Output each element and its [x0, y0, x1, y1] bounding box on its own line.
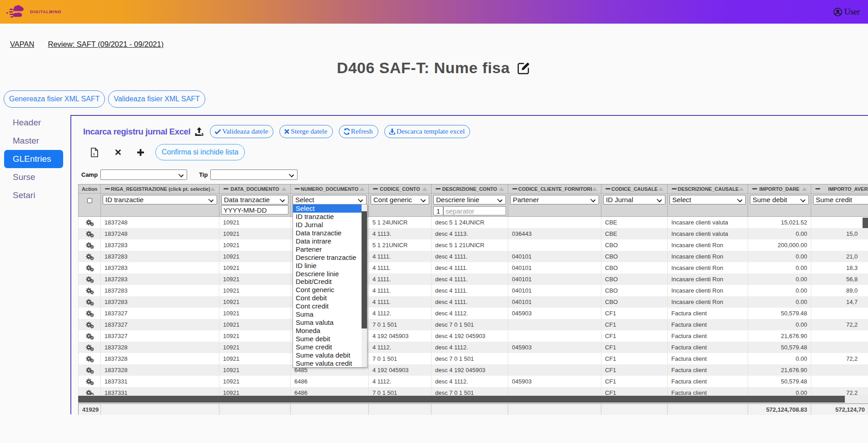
- row-actions-cogs-icon[interactable]: [86, 242, 94, 249]
- collapse-column-icon[interactable]: [512, 188, 517, 190]
- validate-data-button[interactable]: Valideaza datele: [210, 125, 273, 138]
- refresh-button[interactable]: Refresh: [339, 125, 378, 138]
- vertical-scrollbar-thumb[interactable]: [863, 218, 868, 228]
- dropdown-option[interactable]: Sume credit: [293, 343, 367, 351]
- sort-arrow-icon[interactable]: [739, 187, 744, 191]
- export-excel-button[interactable]: x: [91, 148, 98, 157]
- brand-logo[interactable]: DIGITALMIND: [6, 4, 61, 20]
- dropdown-scrollbar-thumb[interactable]: [362, 211, 367, 329]
- separator-filter-input[interactable]: [443, 206, 506, 215]
- row-actions-cogs-icon[interactable]: [86, 389, 94, 395]
- dropdown-option[interactable]: Sume valuta credit: [293, 359, 367, 368]
- column-header-riga[interactable]: RIGA_REGISTRAZIONE (click pt. selectie): [101, 184, 219, 194]
- filter-select-numero[interactable]: Select: [293, 195, 367, 204]
- dropdown-option[interactable]: Suma: [293, 310, 367, 319]
- dropdown-option[interactable]: Debit/Credit: [293, 278, 367, 286]
- row-actions-cogs-icon[interactable]: [86, 276, 94, 283]
- row-actions-cogs-icon[interactable]: [86, 321, 94, 329]
- dropdown-option[interactable]: Suma valuta: [293, 319, 367, 327]
- dropdown-option[interactable]: ID linie: [293, 262, 367, 270]
- dropdown-option[interactable]: Data intrare: [293, 237, 367, 245]
- collapse-column-icon[interactable]: [436, 188, 441, 190]
- row-actions-cogs-icon[interactable]: [86, 299, 94, 306]
- sort-arrow-icon[interactable]: [422, 187, 427, 191]
- tip-select[interactable]: [210, 169, 298, 180]
- column-header-codice_conto[interactable]: CODICE_CONTO: [369, 184, 432, 194]
- row-actions-cogs-icon[interactable]: [86, 264, 94, 272]
- filter-select-cliente[interactable]: Partener: [510, 195, 599, 204]
- filter-select-codice_conto[interactable]: Cont generic: [371, 195, 429, 204]
- horizontal-scrollbar[interactable]: [78, 395, 868, 403]
- row-actions-cogs-icon[interactable]: [86, 355, 94, 363]
- sidebar-item-master[interactable]: Master: [0, 132, 68, 150]
- row-actions-cogs-icon[interactable]: [86, 378, 94, 385]
- filter-select-descr_causale[interactable]: Select: [670, 195, 746, 204]
- sidebar-item-surse[interactable]: Surse: [0, 168, 68, 186]
- collapse-column-icon[interactable]: [295, 188, 300, 190]
- column-header-descr_conto[interactable]: DESCRIZIONE_CONTO: [432, 184, 508, 194]
- breadcrumb-link-review[interactable]: Review: SAFT (09/2021 - 09/2021): [48, 40, 164, 49]
- row-actions-cogs-icon[interactable]: [86, 333, 94, 340]
- delete-data-button[interactable]: Sterge datele: [279, 125, 332, 138]
- sort-arrow-icon[interactable]: [359, 187, 365, 191]
- dropdown-option[interactable]: Partener: [293, 245, 367, 254]
- filter-select-avere[interactable]: Sume credit: [813, 195, 868, 204]
- row-actions-cogs-icon[interactable]: [86, 344, 94, 351]
- collapse-column-icon[interactable]: [105, 188, 110, 190]
- row-actions-cogs-icon[interactable]: [86, 367, 94, 374]
- upload-icon[interactable]: [194, 127, 204, 136]
- clear-list-icon[interactable]: [115, 149, 121, 155]
- sort-arrow-icon[interactable]: [281, 187, 287, 191]
- row-actions-cogs-icon[interactable]: [86, 310, 94, 317]
- filter-select-riga[interactable]: ID tranzactie: [103, 195, 217, 204]
- sidebar-item-glentries[interactable]: GLEntries: [4, 150, 63, 168]
- row-actions-cogs-icon[interactable]: [86, 230, 94, 238]
- collapse-column-icon[interactable]: [223, 188, 228, 190]
- sidebar-item-setari[interactable]: Setari: [0, 186, 68, 204]
- row-actions-cogs-icon[interactable]: [86, 253, 94, 260]
- dropdown-option[interactable]: ID Jurnal: [293, 221, 367, 229]
- collapse-column-icon[interactable]: [373, 188, 378, 190]
- download-template-button[interactable]: Descarca template excel: [384, 125, 471, 138]
- dropdown-option[interactable]: Select: [293, 204, 367, 213]
- occurrence-filter-input[interactable]: [433, 206, 443, 215]
- collapse-column-icon[interactable]: [672, 188, 677, 190]
- sidebar-item-header[interactable]: Header: [0, 114, 68, 132]
- row-actions-cogs-icon[interactable]: [86, 287, 94, 294]
- column-header-data_doc[interactable]: DATA_DOCUMENTO: [219, 184, 291, 194]
- edit-title-icon[interactable]: [517, 61, 531, 75]
- date-filter-input[interactable]: [221, 205, 288, 214]
- sort-arrow-icon[interactable]: [802, 187, 807, 191]
- dropdown-option[interactable]: Data tranzactie: [293, 229, 367, 237]
- dropdown-option[interactable]: Moneda: [293, 327, 367, 335]
- select-all-checkbox[interactable]: [87, 198, 92, 203]
- dropdown-option[interactable]: Cont debit: [293, 294, 367, 302]
- camp-select[interactable]: [100, 169, 187, 180]
- add-row-icon[interactable]: [137, 149, 144, 156]
- dropdown-option[interactable]: Sume valuta debit: [293, 351, 367, 359]
- row-actions-cogs-icon[interactable]: [86, 219, 94, 226]
- column-header-cliente[interactable]: CODICE_CLIENTE_FORNITORE: [508, 184, 601, 194]
- filter-select-descr_conto[interactable]: Descriere linie: [433, 195, 506, 204]
- dropdown-option[interactable]: Cont credit: [293, 302, 367, 310]
- filter-select-data_doc[interactable]: Data tranzactie: [221, 195, 288, 204]
- dropdown-option[interactable]: Sume debit: [293, 335, 367, 343]
- confirm-close-list-button[interactable]: Confirma si inchide lista: [155, 144, 245, 160]
- dropdown-option[interactable]: Descriere tranzactie: [293, 254, 367, 262]
- column-header-descr_causale[interactable]: DESCRIZIONE_CAUSALE: [668, 184, 748, 194]
- user-menu[interactable]: User: [833, 7, 862, 17]
- column-header-avere[interactable]: IMPORTO_AVERE: [811, 184, 868, 194]
- sort-arrow-icon[interactable]: [658, 187, 664, 191]
- dropdown-scrollbar[interactable]: [362, 204, 367, 367]
- collapse-column-icon[interactable]: [815, 188, 820, 190]
- sort-arrow-icon[interactable]: [210, 187, 215, 191]
- dropdown-option[interactable]: Cont generic: [293, 286, 367, 294]
- sort-arrow-icon[interactable]: [499, 187, 504, 191]
- validate-xml-saft-button[interactable]: Valideaza fisier XML SAFT: [108, 90, 205, 108]
- column-header-dare[interactable]: IMPORTO_DARE: [748, 184, 811, 194]
- dropdown-option[interactable]: ID tranzactie: [293, 213, 367, 221]
- column-header-causale[interactable]: CODICE_CAUSALE: [601, 184, 668, 194]
- filter-select-causale[interactable]: ID Jurnal: [603, 195, 665, 204]
- horizontal-scrollbar-thumb[interactable]: [78, 396, 845, 403]
- generate-xml-saft-button[interactable]: Genereaza fisier XML SAFT: [4, 90, 105, 108]
